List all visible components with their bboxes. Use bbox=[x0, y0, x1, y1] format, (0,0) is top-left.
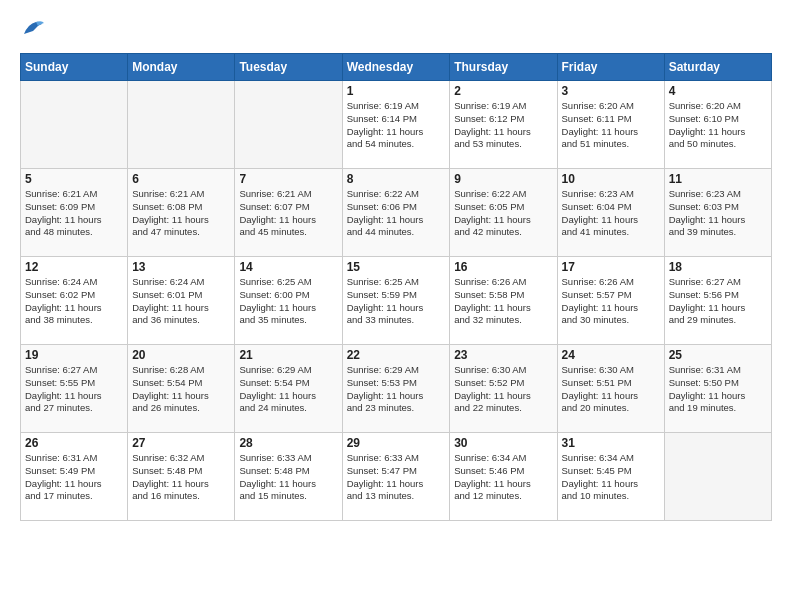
weekday-header: Sunday bbox=[21, 54, 128, 81]
logo bbox=[20, 18, 42, 39]
day-number: 14 bbox=[239, 260, 337, 274]
day-number: 21 bbox=[239, 348, 337, 362]
cell-sun-info: Sunrise: 6:27 AMSunset: 5:56 PMDaylight:… bbox=[669, 276, 767, 327]
calendar-cell: 11Sunrise: 6:23 AMSunset: 6:03 PMDayligh… bbox=[664, 169, 771, 257]
calendar-week-row: 26Sunrise: 6:31 AMSunset: 5:49 PMDayligh… bbox=[21, 433, 772, 521]
cell-sun-info: Sunrise: 6:22 AMSunset: 6:06 PMDaylight:… bbox=[347, 188, 446, 239]
calendar-cell: 23Sunrise: 6:30 AMSunset: 5:52 PMDayligh… bbox=[450, 345, 557, 433]
weekday-header: Thursday bbox=[450, 54, 557, 81]
weekday-header: Saturday bbox=[664, 54, 771, 81]
calendar-cell: 28Sunrise: 6:33 AMSunset: 5:48 PMDayligh… bbox=[235, 433, 342, 521]
day-number: 12 bbox=[25, 260, 123, 274]
calendar-cell: 8Sunrise: 6:22 AMSunset: 6:06 PMDaylight… bbox=[342, 169, 450, 257]
day-number: 20 bbox=[132, 348, 230, 362]
day-number: 22 bbox=[347, 348, 446, 362]
day-number: 11 bbox=[669, 172, 767, 186]
cell-sun-info: Sunrise: 6:20 AMSunset: 6:11 PMDaylight:… bbox=[562, 100, 660, 151]
cell-sun-info: Sunrise: 6:23 AMSunset: 6:03 PMDaylight:… bbox=[669, 188, 767, 239]
cell-sun-info: Sunrise: 6:34 AMSunset: 5:45 PMDaylight:… bbox=[562, 452, 660, 503]
day-number: 10 bbox=[562, 172, 660, 186]
day-number: 25 bbox=[669, 348, 767, 362]
day-number: 2 bbox=[454, 84, 552, 98]
calendar-header-row: SundayMondayTuesdayWednesdayThursdayFrid… bbox=[21, 54, 772, 81]
calendar-cell bbox=[235, 81, 342, 169]
calendar-week-row: 1Sunrise: 6:19 AMSunset: 6:14 PMDaylight… bbox=[21, 81, 772, 169]
calendar-cell: 3Sunrise: 6:20 AMSunset: 6:11 PMDaylight… bbox=[557, 81, 664, 169]
day-number: 16 bbox=[454, 260, 552, 274]
cell-sun-info: Sunrise: 6:23 AMSunset: 6:04 PMDaylight:… bbox=[562, 188, 660, 239]
calendar-cell: 18Sunrise: 6:27 AMSunset: 5:56 PMDayligh… bbox=[664, 257, 771, 345]
calendar-cell: 17Sunrise: 6:26 AMSunset: 5:57 PMDayligh… bbox=[557, 257, 664, 345]
cell-sun-info: Sunrise: 6:26 AMSunset: 5:58 PMDaylight:… bbox=[454, 276, 552, 327]
day-number: 26 bbox=[25, 436, 123, 450]
calendar-week-row: 19Sunrise: 6:27 AMSunset: 5:55 PMDayligh… bbox=[21, 345, 772, 433]
cell-sun-info: Sunrise: 6:28 AMSunset: 5:54 PMDaylight:… bbox=[132, 364, 230, 415]
cell-sun-info: Sunrise: 6:31 AMSunset: 5:49 PMDaylight:… bbox=[25, 452, 123, 503]
calendar-cell: 6Sunrise: 6:21 AMSunset: 6:08 PMDaylight… bbox=[128, 169, 235, 257]
day-number: 29 bbox=[347, 436, 446, 450]
day-number: 23 bbox=[454, 348, 552, 362]
day-number: 15 bbox=[347, 260, 446, 274]
calendar-cell: 26Sunrise: 6:31 AMSunset: 5:49 PMDayligh… bbox=[21, 433, 128, 521]
day-number: 18 bbox=[669, 260, 767, 274]
weekday-header: Monday bbox=[128, 54, 235, 81]
weekday-header: Tuesday bbox=[235, 54, 342, 81]
cell-sun-info: Sunrise: 6:33 AMSunset: 5:47 PMDaylight:… bbox=[347, 452, 446, 503]
calendar-cell bbox=[128, 81, 235, 169]
day-number: 1 bbox=[347, 84, 446, 98]
cell-sun-info: Sunrise: 6:20 AMSunset: 6:10 PMDaylight:… bbox=[669, 100, 767, 151]
day-number: 19 bbox=[25, 348, 123, 362]
calendar-week-row: 5Sunrise: 6:21 AMSunset: 6:09 PMDaylight… bbox=[21, 169, 772, 257]
page-header bbox=[20, 18, 772, 39]
cell-sun-info: Sunrise: 6:24 AMSunset: 6:01 PMDaylight:… bbox=[132, 276, 230, 327]
calendar-cell: 15Sunrise: 6:25 AMSunset: 5:59 PMDayligh… bbox=[342, 257, 450, 345]
cell-sun-info: Sunrise: 6:25 AMSunset: 5:59 PMDaylight:… bbox=[347, 276, 446, 327]
weekday-header: Wednesday bbox=[342, 54, 450, 81]
calendar-cell: 27Sunrise: 6:32 AMSunset: 5:48 PMDayligh… bbox=[128, 433, 235, 521]
page-container: SundayMondayTuesdayWednesdayThursdayFrid… bbox=[0, 0, 792, 533]
cell-sun-info: Sunrise: 6:30 AMSunset: 5:52 PMDaylight:… bbox=[454, 364, 552, 415]
calendar-cell: 29Sunrise: 6:33 AMSunset: 5:47 PMDayligh… bbox=[342, 433, 450, 521]
calendar-cell: 20Sunrise: 6:28 AMSunset: 5:54 PMDayligh… bbox=[128, 345, 235, 433]
day-number: 28 bbox=[239, 436, 337, 450]
cell-sun-info: Sunrise: 6:19 AMSunset: 6:12 PMDaylight:… bbox=[454, 100, 552, 151]
calendar-cell: 10Sunrise: 6:23 AMSunset: 6:04 PMDayligh… bbox=[557, 169, 664, 257]
cell-sun-info: Sunrise: 6:24 AMSunset: 6:02 PMDaylight:… bbox=[25, 276, 123, 327]
day-number: 7 bbox=[239, 172, 337, 186]
day-number: 24 bbox=[562, 348, 660, 362]
cell-sun-info: Sunrise: 6:27 AMSunset: 5:55 PMDaylight:… bbox=[25, 364, 123, 415]
calendar-cell: 1Sunrise: 6:19 AMSunset: 6:14 PMDaylight… bbox=[342, 81, 450, 169]
day-number: 8 bbox=[347, 172, 446, 186]
cell-sun-info: Sunrise: 6:22 AMSunset: 6:05 PMDaylight:… bbox=[454, 188, 552, 239]
calendar-cell: 2Sunrise: 6:19 AMSunset: 6:12 PMDaylight… bbox=[450, 81, 557, 169]
calendar-cell: 14Sunrise: 6:25 AMSunset: 6:00 PMDayligh… bbox=[235, 257, 342, 345]
calendar-cell: 31Sunrise: 6:34 AMSunset: 5:45 PMDayligh… bbox=[557, 433, 664, 521]
calendar-cell: 24Sunrise: 6:30 AMSunset: 5:51 PMDayligh… bbox=[557, 345, 664, 433]
calendar-cell: 4Sunrise: 6:20 AMSunset: 6:10 PMDaylight… bbox=[664, 81, 771, 169]
cell-sun-info: Sunrise: 6:34 AMSunset: 5:46 PMDaylight:… bbox=[454, 452, 552, 503]
day-number: 31 bbox=[562, 436, 660, 450]
cell-sun-info: Sunrise: 6:30 AMSunset: 5:51 PMDaylight:… bbox=[562, 364, 660, 415]
cell-sun-info: Sunrise: 6:26 AMSunset: 5:57 PMDaylight:… bbox=[562, 276, 660, 327]
cell-sun-info: Sunrise: 6:31 AMSunset: 5:50 PMDaylight:… bbox=[669, 364, 767, 415]
calendar-cell: 7Sunrise: 6:21 AMSunset: 6:07 PMDaylight… bbox=[235, 169, 342, 257]
calendar-cell: 9Sunrise: 6:22 AMSunset: 6:05 PMDaylight… bbox=[450, 169, 557, 257]
calendar-cell: 19Sunrise: 6:27 AMSunset: 5:55 PMDayligh… bbox=[21, 345, 128, 433]
cell-sun-info: Sunrise: 6:32 AMSunset: 5:48 PMDaylight:… bbox=[132, 452, 230, 503]
cell-sun-info: Sunrise: 6:29 AMSunset: 5:53 PMDaylight:… bbox=[347, 364, 446, 415]
cell-sun-info: Sunrise: 6:25 AMSunset: 6:00 PMDaylight:… bbox=[239, 276, 337, 327]
cell-sun-info: Sunrise: 6:21 AMSunset: 6:07 PMDaylight:… bbox=[239, 188, 337, 239]
calendar-cell: 30Sunrise: 6:34 AMSunset: 5:46 PMDayligh… bbox=[450, 433, 557, 521]
day-number: 27 bbox=[132, 436, 230, 450]
cell-sun-info: Sunrise: 6:29 AMSunset: 5:54 PMDaylight:… bbox=[239, 364, 337, 415]
day-number: 30 bbox=[454, 436, 552, 450]
calendar-cell: 22Sunrise: 6:29 AMSunset: 5:53 PMDayligh… bbox=[342, 345, 450, 433]
cell-sun-info: Sunrise: 6:33 AMSunset: 5:48 PMDaylight:… bbox=[239, 452, 337, 503]
calendar-cell: 16Sunrise: 6:26 AMSunset: 5:58 PMDayligh… bbox=[450, 257, 557, 345]
day-number: 6 bbox=[132, 172, 230, 186]
day-number: 3 bbox=[562, 84, 660, 98]
day-number: 5 bbox=[25, 172, 123, 186]
calendar-cell bbox=[664, 433, 771, 521]
day-number: 9 bbox=[454, 172, 552, 186]
calendar-week-row: 12Sunrise: 6:24 AMSunset: 6:02 PMDayligh… bbox=[21, 257, 772, 345]
